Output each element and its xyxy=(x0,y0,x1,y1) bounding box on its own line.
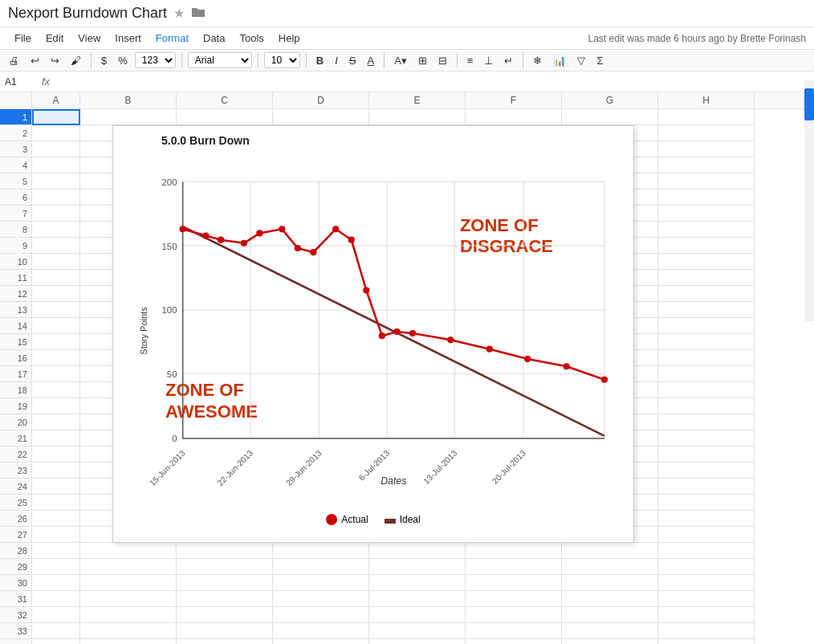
row-num-10[interactable]: 10 xyxy=(0,254,31,270)
cell-f28[interactable] xyxy=(466,543,562,559)
cell-h11[interactable] xyxy=(658,270,755,286)
row-num-31[interactable]: 31 xyxy=(0,591,31,607)
cell-h30[interactable] xyxy=(658,575,755,591)
row-num-34[interactable]: 34 xyxy=(0,639,31,644)
cell-h27[interactable] xyxy=(658,527,755,543)
cell-a17[interactable] xyxy=(32,366,80,382)
row-num-20[interactable]: 20 xyxy=(0,414,31,430)
row-num-21[interactable]: 21 xyxy=(0,430,31,446)
right-scrollbar-thumb[interactable] xyxy=(804,88,814,120)
cell-h24[interactable] xyxy=(658,479,755,495)
paint-format-button[interactable]: 🖌 xyxy=(67,53,85,68)
cell-g1[interactable] xyxy=(562,109,658,125)
cell-h33[interactable] xyxy=(658,623,755,639)
row-num-19[interactable]: 19 xyxy=(0,398,31,414)
cell-a15[interactable] xyxy=(32,334,80,350)
cell-a33[interactable] xyxy=(32,623,80,639)
cell-c31[interactable] xyxy=(177,591,273,607)
row-num-24[interactable]: 24 xyxy=(0,479,31,495)
chart-container[interactable]: 5.0.0 Burn Down Story Points ZONE OFAWES… xyxy=(112,125,634,543)
menu-insert[interactable]: Insert xyxy=(108,29,148,47)
cell-a28[interactable] xyxy=(32,543,80,559)
cell-a22[interactable] xyxy=(32,446,80,463)
menu-data[interactable]: Data xyxy=(197,29,231,47)
row-num-15[interactable]: 15 xyxy=(0,334,31,350)
row-num-32[interactable]: 32 xyxy=(0,607,31,623)
cell-b30[interactable] xyxy=(80,575,177,591)
cell-a11[interactable] xyxy=(32,270,80,286)
cell-g30[interactable] xyxy=(562,575,658,591)
row-num-1[interactable]: 1 xyxy=(0,109,31,125)
cell-h18[interactable] xyxy=(658,382,755,398)
row-num-23[interactable]: 23 xyxy=(0,463,31,479)
bold-button[interactable]: B xyxy=(312,53,328,68)
row-num-25[interactable]: 25 xyxy=(0,495,31,511)
row-num-33[interactable]: 33 xyxy=(0,623,31,639)
cell-h31[interactable] xyxy=(658,591,755,607)
cell-g28[interactable] xyxy=(562,543,658,559)
row-num-12[interactable]: 12 xyxy=(0,286,31,302)
row-num-6[interactable]: 6 xyxy=(0,190,31,206)
cell-b32[interactable] xyxy=(80,607,177,623)
cell-a21[interactable] xyxy=(32,430,80,446)
col-header-g[interactable]: G xyxy=(562,92,658,108)
col-header-h[interactable]: H xyxy=(658,92,755,108)
underline-button[interactable]: A xyxy=(363,53,378,68)
cell-h2[interactable] xyxy=(658,125,755,141)
cell-c30[interactable] xyxy=(177,575,273,591)
cell-d33[interactable] xyxy=(273,623,369,639)
row-num-8[interactable]: 8 xyxy=(0,222,31,238)
cell-h17[interactable] xyxy=(658,366,755,382)
menu-tools[interactable]: Tools xyxy=(233,29,270,47)
cell-c28[interactable] xyxy=(177,543,273,559)
sum-button[interactable]: Σ xyxy=(592,53,607,68)
cell-d34[interactable] xyxy=(273,639,369,644)
cell-f29[interactable] xyxy=(466,559,562,575)
align-h-button[interactable]: ≡ xyxy=(463,53,478,68)
row-num-7[interactable]: 7 xyxy=(0,206,31,222)
fill-color-button[interactable]: A▾ xyxy=(390,53,411,68)
cell-a9[interactable] xyxy=(32,238,80,254)
cell-a27[interactable] xyxy=(32,527,80,543)
cell-a32[interactable] xyxy=(32,607,80,623)
cell-a18[interactable] xyxy=(32,382,80,398)
cell-a30[interactable] xyxy=(32,575,80,591)
cell-h3[interactable] xyxy=(658,141,755,157)
percent-button[interactable]: % xyxy=(114,53,132,68)
cell-h4[interactable] xyxy=(658,157,755,173)
cell-b31[interactable] xyxy=(80,591,177,607)
borders-button[interactable]: ⊞ xyxy=(414,53,431,68)
cell-a24[interactable] xyxy=(32,479,80,495)
row-num-18[interactable]: 18 xyxy=(0,382,31,398)
star-icon[interactable]: ★ xyxy=(173,6,185,21)
cell-f31[interactable] xyxy=(466,591,562,607)
row-num-29[interactable]: 29 xyxy=(0,559,31,575)
row-num-5[interactable]: 5 xyxy=(0,173,31,190)
cell-a8[interactable] xyxy=(32,222,80,238)
cell-b33[interactable] xyxy=(80,623,177,639)
cell-c29[interactable] xyxy=(177,559,273,575)
cell-h1[interactable] xyxy=(658,109,755,125)
cell-f30[interactable] xyxy=(466,575,562,591)
cell-a12[interactable] xyxy=(32,286,80,302)
cell-c33[interactable] xyxy=(177,623,273,639)
cell-h12[interactable] xyxy=(658,286,755,302)
menu-edit[interactable]: Edit xyxy=(39,29,70,47)
row-num-16[interactable]: 16 xyxy=(0,350,31,366)
cell-h32[interactable] xyxy=(658,607,755,623)
cell-c1[interactable] xyxy=(177,109,273,125)
cell-e31[interactable] xyxy=(369,591,466,607)
cell-a2[interactable] xyxy=(32,125,80,141)
cell-h5[interactable] xyxy=(658,173,755,190)
strikethrough-button[interactable]: S xyxy=(345,53,360,68)
row-num-13[interactable]: 13 xyxy=(0,302,31,318)
cell-h9[interactable] xyxy=(658,238,755,254)
cell-d28[interactable] xyxy=(273,543,369,559)
right-scrollbar[interactable] xyxy=(804,80,814,321)
cell-a10[interactable] xyxy=(32,254,80,270)
font-size-select[interactable]: 10 xyxy=(264,52,300,68)
cell-reference[interactable]: A1 xyxy=(5,76,37,88)
cell-d30[interactable] xyxy=(273,575,369,591)
cell-c32[interactable] xyxy=(177,607,273,623)
filter-button[interactable]: ▽ xyxy=(573,53,589,68)
